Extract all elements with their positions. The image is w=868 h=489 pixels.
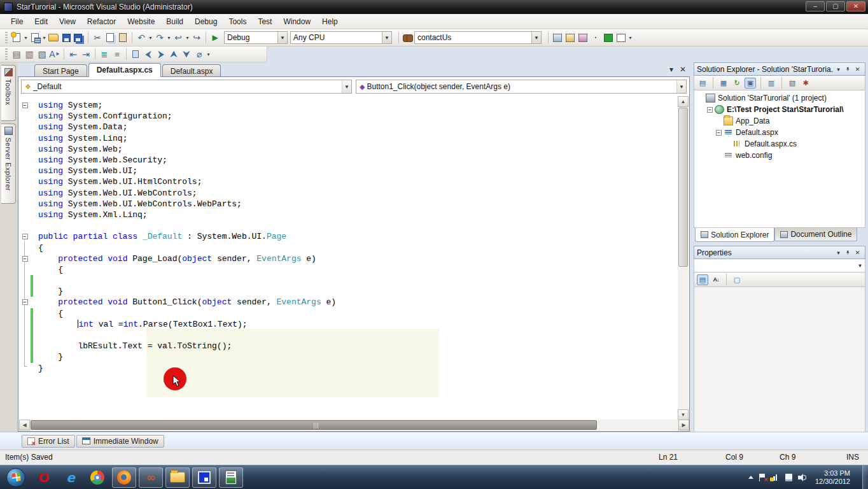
start-page-button[interactable] [602, 31, 615, 44]
volume-icon[interactable] [798, 474, 807, 481]
taskbar-app-firefox[interactable] [112, 467, 136, 488]
code-line[interactable]: −using System; [19, 100, 678, 111]
new-project-button[interactable] [10, 31, 23, 44]
vertical-scrollbar-thumb[interactable] [678, 108, 688, 267]
toggle-bookmark-button[interactable] [129, 48, 142, 60]
window-position-chevron-icon[interactable]: ▾ [834, 250, 843, 256]
code-line[interactable]: using System.Web.UI.WebControls; [19, 188, 678, 199]
taskbar-app-screen-capture-tool[interactable] [192, 467, 216, 488]
object-selector-combo[interactable]: ▼ [694, 259, 865, 273]
code-line[interactable]: using System.Web; [19, 144, 678, 155]
copy-button[interactable] [104, 31, 116, 44]
fold-collapse-icon[interactable]: − [22, 256, 28, 262]
code-line[interactable]: − protected void Button1_Click(object se… [19, 297, 678, 308]
panel-tab-solution-explorer[interactable]: Solution Explorer [695, 228, 774, 242]
close-button[interactable]: ✕ [846, 1, 865, 11]
undo-button[interactable]: ↶ [135, 31, 148, 44]
show-desktop-button[interactable] [862, 465, 868, 489]
code-line[interactable]: using System.Web.UI.WebControls.WebParts… [19, 199, 678, 209]
scroll-right-icon[interactable]: ▶ [678, 420, 689, 430]
property-pages-icon[interactable]: ▢ [731, 274, 743, 285]
nest-related-files-icon[interactable]: ▣ [745, 78, 756, 89]
menu-build[interactable]: Build [160, 15, 189, 28]
sidebar-tab-toolbox[interactable]: Toolbox [1, 65, 16, 121]
refresh-icon[interactable]: ↻ [731, 78, 743, 89]
action-center-icon[interactable] [759, 474, 766, 481]
properties-window-button[interactable] [564, 31, 577, 44]
clear-bookmarks-button[interactable]: ⌀ [193, 48, 206, 60]
taskbar-app-internet-explorer[interactable]: e [59, 467, 83, 488]
auto-hide-pin-icon[interactable]: 🖈 [843, 66, 853, 73]
types-combo[interactable]: ❖ _Default ▼ [21, 80, 352, 94]
add-new-item-button[interactable] [29, 31, 41, 44]
properties-icon[interactable]: ▤ [697, 78, 708, 89]
installer-tray-icon[interactable] [785, 474, 792, 481]
member-list-button[interactable]: ▤ [10, 48, 23, 60]
minimize-button[interactable]: – [806, 1, 825, 11]
tab-immediate-window[interactable]: Immediate Window [76, 435, 164, 448]
tree-item-web-config[interactable]: web.config [697, 150, 865, 161]
taskbar-app-opera[interactable]: O [32, 467, 56, 488]
save-button[interactable] [60, 31, 73, 44]
code-line[interactable]: int val =int.Parse(TextBox1.Text); [19, 319, 678, 330]
code-line[interactable]: using System.Configuration; [19, 111, 678, 122]
redo-dropdown-icon[interactable]: ▾ [166, 35, 172, 41]
undo-dropdown-icon[interactable]: ▾ [148, 35, 153, 41]
solution-configurations-combo[interactable]: Debug▼ [224, 31, 288, 44]
tree-collapse-icon[interactable]: − [707, 107, 713, 113]
taskbar-app-movie-maker[interactable] [219, 467, 243, 488]
solution-explorer-tree[interactable]: Solution 'StarTurorial' (1 project)−E:\T… [694, 90, 865, 228]
menu-edit[interactable]: Edit [29, 15, 53, 28]
quick-info-button[interactable]: ▧ [36, 48, 48, 60]
taskbar-app-windows-explorer[interactable] [165, 467, 190, 488]
tab-error-list[interactable]: Error List [22, 435, 75, 448]
taskbar-app-visual-studio[interactable]: ∞ [139, 467, 163, 488]
menu-refactor[interactable]: Refactor [81, 15, 122, 28]
uncomment-button[interactable]: ≡ [111, 48, 123, 60]
code-line[interactable]: using System.Xml.Linq; [19, 209, 678, 220]
copy-web-site-icon[interactable]: ▧ [787, 78, 798, 89]
code-line[interactable]: using System.Web.UI.HtmlControls; [19, 176, 678, 187]
code-line[interactable] [19, 330, 678, 341]
network-status-icon[interactable] [771, 474, 780, 481]
next-bookmark-folder-button[interactable]: ⮟ [180, 48, 193, 60]
next-bookmark-button[interactable]: ⮞ [155, 48, 167, 60]
code-line[interactable]: lbREsult.Text = val.ToString(); [19, 341, 678, 351]
tree-item-e-test-project-star-sta[interactable]: −E:\Test Project Star\StarTurorial\ [697, 104, 865, 115]
new-project-dropdown-icon[interactable]: ▾ [23, 35, 29, 41]
menu-tools[interactable]: Tools [223, 15, 252, 28]
code-line[interactable]: using System.Data; [19, 122, 678, 132]
vertical-scrollbar[interactable]: ▲ ▼ [678, 96, 689, 420]
menu-debug[interactable]: Debug [189, 15, 223, 28]
tree-item-solution-starturorial[interactable]: Solution 'StarTurorial' (1 project) [697, 92, 865, 104]
start-debugging-button[interactable]: ▶ [209, 31, 221, 44]
solution-explorer-title-bar[interactable]: Solution Explorer - Solution 'StarTurori… [694, 62, 865, 76]
code-line[interactable] [19, 220, 678, 231]
decrease-indent-button[interactable]: ⇤ [67, 48, 80, 60]
start-button[interactable] [6, 468, 25, 487]
title-bar[interactable]: StarTurorial - Microsoft Visual Studio (… [0, 0, 868, 14]
code-line[interactable]: { [19, 308, 678, 319]
code-editor[interactable]: −using System;using System.Configuration… [19, 96, 678, 420]
cut-button[interactable]: ✂ [91, 31, 104, 44]
code-line[interactable]: −public partial class _Default : System.… [19, 231, 678, 242]
asp-net-configuration-icon[interactable]: ✱ [800, 78, 811, 89]
menu-window[interactable]: Window [277, 15, 316, 28]
document-tab-default-aspx[interactable]: Default.aspx [162, 64, 221, 77]
code-line[interactable]: using System.Web.UI; [19, 166, 678, 176]
toolbar-grip[interactable] [5, 48, 8, 60]
fold-collapse-icon[interactable]: − [22, 299, 28, 305]
navigate-forward-button[interactable]: ↪ [190, 31, 203, 44]
parameter-info-button[interactable]: ▥ [23, 48, 36, 60]
code-line[interactable]: − protected void Page_Load(object sender… [19, 253, 678, 264]
open-file-button[interactable] [47, 31, 60, 44]
previous-bookmark-button[interactable]: ⮜ [142, 48, 155, 60]
members-combo[interactable]: ◆ Button1_Click(object sender, EventArgs… [356, 80, 687, 94]
panel-tab-document-outline[interactable]: Document Outline [774, 228, 857, 241]
comment-button[interactable]: ≣ [98, 48, 111, 60]
categorized-icon[interactable]: ▤ [697, 274, 708, 285]
tree-item-default-aspx[interactable]: −Default.aspx [697, 127, 865, 138]
horizontal-scrollbar-thumb[interactable] [31, 420, 597, 430]
document-list-chevron-icon[interactable]: ▾ [669, 65, 673, 74]
auto-hide-pin-icon[interactable]: 🖈 [843, 250, 853, 256]
